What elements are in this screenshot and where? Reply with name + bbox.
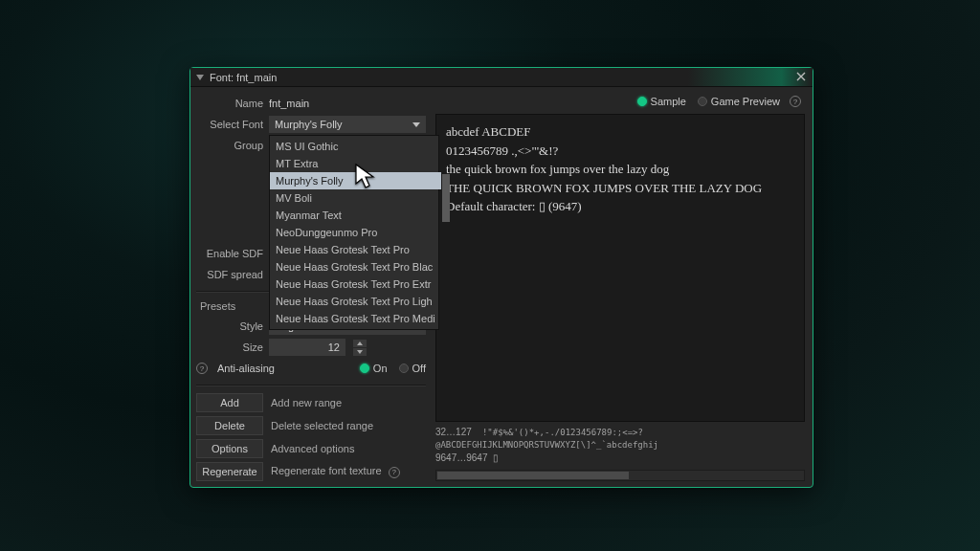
properties-panel: Name fnt_main Select Font Murphy's Folly… <box>190 87 432 487</box>
scrollbar-thumb[interactable] <box>437 472 629 479</box>
sample-tab[interactable]: Sample <box>637 96 686 107</box>
help-icon[interactable]: ? <box>790 96 801 107</box>
style-label: Style <box>196 320 263 332</box>
font-option[interactable]: Neue Haas Grotesk Text Pro Blac <box>270 258 441 276</box>
size-value: 12 <box>328 342 340 353</box>
spinner-up-icon[interactable] <box>353 340 367 347</box>
name-row: Name fnt_main <box>196 95 426 112</box>
delete-row: Delete Delete selected range <box>196 416 426 435</box>
help-icon[interactable]: ? <box>389 467 400 478</box>
divider <box>196 385 426 386</box>
regen-desc: Regenerate font texture ? <box>271 465 426 478</box>
aa-on-radio[interactable]: On <box>360 363 388 374</box>
close-icon[interactable] <box>793 70 809 83</box>
font-option[interactable]: NeoDunggeunmo Pro <box>270 224 441 241</box>
spinner-down-icon[interactable] <box>353 348 367 356</box>
add-button[interactable]: Add <box>196 393 263 412</box>
font-option[interactable]: Neue Haas Grotesk Text Pro <box>270 241 441 258</box>
preview-tabs: Sample Game Preview ? <box>435 93 805 110</box>
font-option[interactable]: MS UI Gothic <box>270 138 441 155</box>
add-desc: Add new range <box>271 397 426 408</box>
range-info: 32…127 !"#$%&'()*+,-./0123456789:;<=>?@A… <box>435 422 805 466</box>
aa-label: Anti-aliasing <box>217 363 348 374</box>
add-row: Add Add new range <box>196 393 426 412</box>
radio-dot-off-icon <box>698 97 707 106</box>
preview-line: Default character: ▯ (9647) <box>446 197 794 216</box>
preview-panel: Sample Game Preview ? abcdef ABCDEF01234… <box>432 87 813 487</box>
preview-line: abcdef ABCDEF <box>446 122 794 142</box>
font-editor-window: Font: fnt_main Name fnt_main Select Font… <box>189 67 813 488</box>
enable-sdf-label: Enable SDF <box>196 248 263 259</box>
preview-line: the quick brown fox jumps over the lazy … <box>446 160 794 179</box>
scrollbar-thumb[interactable] <box>442 174 450 222</box>
size-input[interactable]: 12 <box>269 339 345 356</box>
font-option[interactable]: Neue Haas Grotesk Text Pro Ligh <box>270 293 441 310</box>
sample-preview-area: abcdef ABCDEF0123456789 .,<>"'&!?the qui… <box>435 114 805 422</box>
radio-dot-off-icon <box>399 364 409 373</box>
preview-h-scrollbar[interactable] <box>435 470 805 481</box>
options-button[interactable]: Options <box>196 439 263 458</box>
preview-line: THE QUICK BROWN FOX JUMPS OVER THE LAZY … <box>446 179 794 198</box>
font-option[interactable]: Neue Haas Grotesk Text Pro Extr <box>270 276 441 293</box>
collapse-icon <box>196 75 204 80</box>
delete-desc: Delete selected range <box>271 420 426 431</box>
aa-row: ? Anti-aliasing On Off <box>196 360 426 377</box>
font-option[interactable]: MV Boli <box>270 189 441 207</box>
select-font-value: Murphy's Folly <box>275 119 343 130</box>
size-spinner[interactable] <box>353 340 367 356</box>
size-label: Size <box>196 342 263 353</box>
radio-dot-on-icon <box>637 97 647 106</box>
regenerate-button[interactable]: Regenerate <box>196 462 263 481</box>
size-row: Size 12 <box>196 339 426 356</box>
select-font-combo[interactable]: Murphy's Folly <box>269 116 426 133</box>
window-title: Font: fnt_main <box>210 72 277 83</box>
options-row: Options Advanced options <box>196 439 426 458</box>
preview-line: 0123456789 .,<>"'&!? <box>446 142 794 161</box>
font-option[interactable]: Myanmar Text <box>270 207 441 224</box>
aa-off-radio[interactable]: Off <box>399 363 426 374</box>
name-label: Name <box>196 98 263 109</box>
select-font-row: Select Font Murphy's Folly <box>196 116 426 133</box>
mouse-cursor-icon <box>354 163 377 189</box>
sdf-spread-label: SDF spread <box>196 269 263 280</box>
radio-dot-on-icon <box>360 364 369 373</box>
game-preview-tab[interactable]: Game Preview <box>698 96 780 107</box>
window-body: Name fnt_main Select Font Murphy's Folly… <box>190 87 813 487</box>
font-option[interactable]: Neue Haas Grotesk Text Pro Medi <box>270 310 441 327</box>
chevron-down-icon <box>412 122 420 127</box>
titlebar[interactable]: Font: fnt_main <box>190 68 813 87</box>
name-value[interactable]: fnt_main <box>269 98 426 109</box>
regen-row: Regenerate Regenerate font texture ? <box>196 462 426 481</box>
help-icon[interactable]: ? <box>196 363 208 374</box>
select-font-label: Select Font <box>196 119 263 130</box>
group-label: Group <box>196 140 263 151</box>
options-desc: Advanced options <box>271 443 426 454</box>
delete-button[interactable]: Delete <box>196 416 263 435</box>
